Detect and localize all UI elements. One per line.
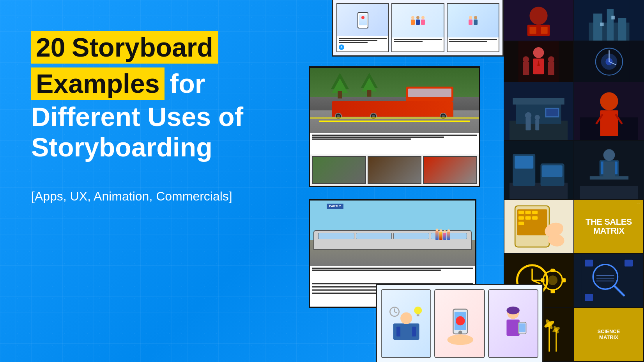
phone-hand-svg <box>440 296 479 350</box>
svg-line-112 <box>395 312 397 313</box>
app-screen-body-3 <box>489 290 538 357</box>
station-svg <box>504 82 573 140</box>
people-group <box>435 231 450 240</box>
illustration-svg-3 <box>504 41 573 82</box>
panel-app-storyboard: 4 <box>332 0 504 57</box>
storyboard-frame-2 <box>391 3 444 52</box>
step-number-1: 4 <box>339 44 344 50</box>
person-1 <box>435 231 439 240</box>
truck-main-scene <box>310 68 479 133</box>
app-screen-3 <box>488 289 538 358</box>
svg-rect-7 <box>593 14 602 41</box>
person-phone-svg <box>494 296 533 350</box>
title-examples-word: Examples <box>36 69 160 98</box>
hero-section: 20 Storyboard Examples for Different Use… <box>0 0 281 227</box>
people-illus-2 <box>467 14 479 27</box>
sales-matrix-panel: THE SALES MATRIX ⋯ <box>574 200 643 253</box>
svg-rect-16 <box>523 62 529 75</box>
svg-rect-78 <box>550 290 555 294</box>
svg-point-39 <box>525 112 532 119</box>
svg-rect-107 <box>400 325 412 339</box>
svg-rect-89 <box>625 260 633 267</box>
dark-scene-4 <box>574 141 644 199</box>
frame-caption-3 <box>448 37 499 52</box>
svg-point-44 <box>600 92 618 110</box>
dark-scene-2 <box>574 82 644 140</box>
podium-person-svg <box>387 296 426 350</box>
train-window-3 <box>393 233 429 239</box>
svg-rect-53 <box>542 165 563 177</box>
svg-rect-10 <box>600 23 603 26</box>
red-truck <box>319 90 454 117</box>
title-for: for <box>170 69 205 98</box>
dark-mid-2 <box>574 82 644 140</box>
svg-rect-3 <box>529 27 536 34</box>
svg-point-106 <box>400 312 412 324</box>
svg-rect-38 <box>525 117 531 130</box>
dark-mid-1 <box>504 82 573 140</box>
title-number: 20 <box>36 32 65 62</box>
truck-body <box>332 101 453 117</box>
panel-dark-2x2 <box>504 82 644 199</box>
analysis-svg <box>578 256 640 304</box>
image-collage: 4 <box>309 0 644 362</box>
truck-cab <box>406 87 453 101</box>
phone-mockup-1 <box>357 12 368 28</box>
svg-rect-35 <box>513 98 564 105</box>
truck-sub-1 <box>312 156 366 184</box>
svg-rect-80 <box>562 279 566 283</box>
title-line4: Storyboarding <box>31 133 257 162</box>
svg-rect-68 <box>532 216 538 220</box>
svg-point-115 <box>458 331 462 335</box>
svg-rect-45 <box>600 110 618 136</box>
svg-rect-64 <box>525 211 531 214</box>
svg-point-76 <box>548 276 557 286</box>
title-highlight-2: Examples <box>31 67 165 100</box>
app-screen-body-1 <box>382 290 430 357</box>
illustration-svg-2 <box>574 0 644 41</box>
truck-sub-3 <box>423 156 477 184</box>
truck-caption <box>310 133 479 154</box>
title-highlight-1: 20 Storyboard <box>31 31 218 64</box>
svg-rect-40 <box>535 119 539 130</box>
train-main-scene: PARTLY <box>310 201 475 266</box>
svg-rect-69 <box>518 222 524 225</box>
svg-rect-90 <box>585 294 593 301</box>
sales-matrix-mini: SCIENCEMATRIX <box>574 308 643 361</box>
sales-subtitle-text: MATRIX <box>593 226 625 236</box>
svg-rect-18 <box>548 62 554 75</box>
title-line3: Different Uses of <box>31 102 257 131</box>
svg-rect-67 <box>525 216 531 220</box>
svg-rect-66 <box>518 216 524 220</box>
frame-caption-2 <box>392 37 443 52</box>
storyboard-frame-3 <box>447 3 499 52</box>
svg-rect-60 <box>603 161 615 177</box>
train-window-1 <box>318 233 354 239</box>
train-window-2 <box>356 233 392 239</box>
svg-point-120 <box>507 307 520 314</box>
panel-dark-illustrations <box>504 0 644 82</box>
dark-scene-3 <box>504 141 573 199</box>
svg-point-13 <box>533 47 544 58</box>
panel-bottom-app-screens <box>376 284 543 362</box>
svg-point-41 <box>535 115 540 120</box>
title-storyboard: Storyboard <box>72 32 213 62</box>
truck-subframes <box>310 154 479 186</box>
tablet-svg <box>508 202 570 250</box>
svg-rect-77 <box>550 269 555 272</box>
dark-frame-4 <box>574 41 644 82</box>
dark-frame-3 <box>504 41 573 82</box>
subtitle: [Apps, UX, Animation, Commercials] <box>31 189 257 204</box>
dark-mid-4 <box>574 141 644 199</box>
svg-rect-55 <box>580 186 638 199</box>
svg-rect-109 <box>416 314 419 316</box>
sales-title-text: THE SALES <box>586 217 632 227</box>
dark-analysis-panel <box>574 254 643 307</box>
svg-rect-121 <box>507 319 520 336</box>
people-illus-1 <box>409 14 426 27</box>
train-station-sign: PARTLY <box>327 204 343 209</box>
storyboard-frame-1: 4 <box>336 3 389 52</box>
illustration-svg-1 <box>504 0 573 41</box>
svg-point-1 <box>529 7 547 25</box>
svg-point-59 <box>603 149 615 161</box>
